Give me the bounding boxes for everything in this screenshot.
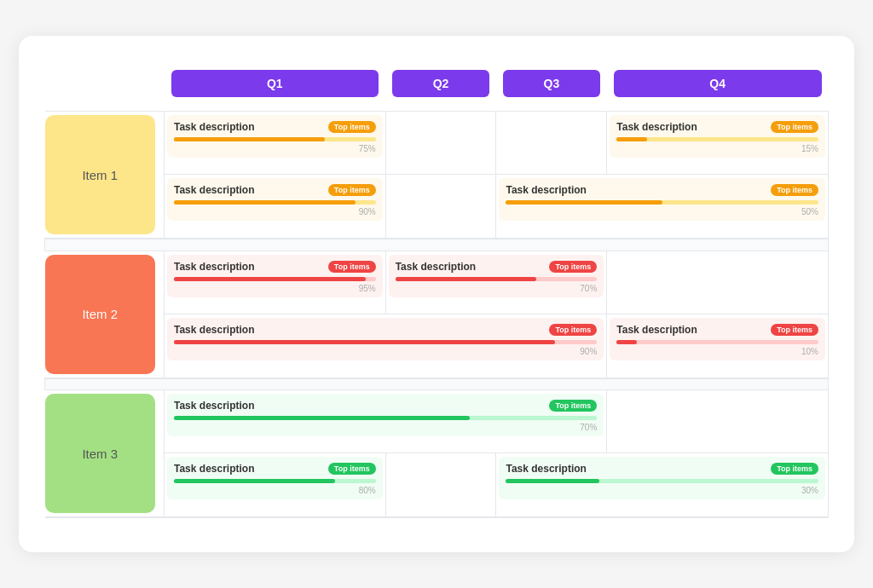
progress-percent: 75%	[174, 144, 376, 153]
task-card: Task descriptionTop items75%	[167, 115, 383, 158]
task-tag: Top items	[771, 324, 818, 336]
item-label-text: Item 2	[45, 255, 156, 374]
header-q4: Q4	[607, 70, 829, 112]
task-title: Task description	[174, 463, 254, 475]
empty-cell	[496, 112, 607, 175]
progress-bar-fill	[174, 340, 555, 344]
progress-percent: 50%	[506, 207, 818, 216]
progress-bar-bg	[506, 200, 818, 205]
progress-bar-fill	[616, 340, 637, 344]
task-tag: Top items	[771, 184, 818, 196]
task-tag: Top items	[771, 121, 818, 133]
progress-bar-fill	[506, 479, 599, 483]
task-title: Task description	[174, 184, 254, 196]
task-title: Task description	[616, 324, 697, 336]
header-q3: Q3	[496, 70, 607, 112]
progress-bar-bg	[174, 340, 597, 344]
header-empty	[45, 70, 165, 112]
task-tag: Top items	[328, 184, 376, 196]
progress-bar-bg	[174, 479, 376, 483]
empty-cell	[607, 251, 829, 314]
item-label-1: Item 1	[45, 112, 165, 239]
progress-bar-fill	[616, 137, 647, 141]
task-tag: Top items	[549, 400, 597, 412]
task-tag: Top items	[328, 121, 376, 133]
progress-bar-fill	[174, 277, 366, 281]
main-card: Q1 Q2 Q3 Q4 Item 1Task descriptionTop it…	[19, 36, 854, 552]
header-q2: Q2	[385, 70, 496, 112]
item-label-text: Item 1	[45, 115, 156, 234]
progress-percent: 80%	[174, 486, 376, 495]
progress-bar-bg	[616, 340, 818, 344]
quarter-label-q4: Q4	[614, 70, 822, 97]
progress-percent: 95%	[174, 284, 376, 293]
empty-cell	[607, 390, 829, 453]
task-tag: Top items	[328, 261, 376, 273]
progress-bar-bg	[174, 416, 597, 420]
progress-bar-fill	[174, 137, 325, 141]
quarter-label-q2: Q2	[392, 70, 489, 97]
progress-percent: 15%	[616, 144, 818, 153]
task-title: Task description	[174, 400, 254, 412]
progress-bar-bg	[396, 277, 598, 281]
empty-cell	[385, 112, 496, 175]
progress-bar-bg	[174, 200, 376, 205]
progress-percent: 90%	[174, 347, 597, 356]
progress-percent: 30%	[506, 486, 818, 495]
progress-percent: 70%	[396, 284, 598, 293]
task-title: Task description	[396, 261, 476, 273]
task-card: Task descriptionTop items90%	[167, 318, 604, 360]
gantt-table: Q1 Q2 Q3 Q4 Item 1Task descriptionTop it…	[44, 70, 829, 518]
progress-bar-bg	[616, 137, 818, 141]
header-q1: Q1	[165, 70, 386, 112]
progress-percent: 90%	[174, 207, 376, 216]
task-title: Task description	[506, 463, 586, 475]
task-card: Task descriptionTop items30%	[499, 457, 825, 499]
task-title: Task description	[174, 121, 254, 133]
empty-cell	[385, 453, 496, 517]
task-tag: Top items	[549, 261, 597, 273]
empty-cell	[385, 175, 496, 239]
task-card: Task descriptionTop items15%	[610, 115, 825, 158]
item-label-3: Item 3	[45, 390, 165, 518]
task-card: Task descriptionTop items50%	[499, 178, 825, 221]
quarter-label-q1: Q1	[171, 70, 379, 97]
item-label-2: Item 2	[45, 251, 165, 378]
task-title: Task description	[174, 261, 254, 273]
item-label-text: Item 3	[45, 394, 156, 513]
progress-bar-fill	[174, 416, 470, 420]
task-card: Task descriptionTop items90%	[167, 178, 383, 221]
progress-percent: 70%	[174, 423, 597, 432]
progress-bar-fill	[396, 277, 537, 281]
task-card: Task descriptionTop items70%	[167, 394, 604, 436]
task-title: Task description	[506, 184, 586, 196]
task-tag: Top items	[771, 463, 818, 475]
progress-bar-fill	[174, 200, 356, 205]
progress-bar-fill	[506, 200, 662, 205]
progress-bar-bg	[506, 479, 818, 483]
progress-bar-bg	[174, 137, 376, 141]
task-card: Task descriptionTop items70%	[389, 255, 604, 297]
task-title: Task description	[616, 121, 697, 133]
progress-bar-bg	[174, 277, 376, 281]
task-tag: Top items	[328, 463, 376, 475]
task-title: Task description	[174, 324, 254, 336]
task-card: Task descriptionTop items80%	[167, 457, 383, 499]
task-card: Task descriptionTop items95%	[167, 255, 383, 297]
task-tag: Top items	[549, 324, 597, 336]
task-card: Task descriptionTop items10%	[610, 318, 825, 360]
progress-percent: 10%	[616, 347, 818, 356]
quarter-label-q3: Q3	[503, 70, 600, 97]
progress-bar-fill	[174, 479, 335, 483]
